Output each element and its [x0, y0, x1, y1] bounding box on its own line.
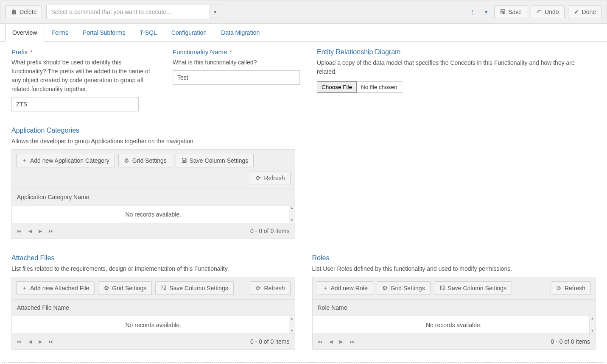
done-button[interactable]: ✔ Done — [568, 6, 601, 18]
plus-icon: ＋ — [22, 157, 28, 164]
roles-grid: ＋ Add new Role ⚙ Grid Settings 🖫 Save Co… — [312, 277, 596, 350]
prefix-input[interactable] — [11, 97, 139, 111]
grid-scrollbar[interactable]: ▲▼ — [289, 316, 295, 333]
save-column-settings-button[interactable]: 🖫 Save Column Settings — [434, 281, 512, 295]
choose-file-button[interactable]: Choose File — [317, 81, 357, 93]
refresh-button[interactable]: ⟳ Refresh — [250, 281, 290, 295]
pager-prev-icon[interactable]: ◀ — [28, 228, 32, 234]
grid-body: No records available. ▲▼ — [313, 316, 596, 333]
pager-next-icon[interactable]: ▶ — [39, 228, 42, 234]
roles-section: Roles List User Roles defined by this fu… — [312, 254, 596, 350]
add-role-button[interactable]: ＋ Add new Role — [317, 281, 373, 295]
attached-files-hint: List files related to the requirements, … — [11, 264, 295, 273]
save-label: Save — [508, 8, 522, 15]
floppy-icon: 🖫 — [161, 285, 167, 292]
funcname-hint: What is this functionality called? — [173, 58, 300, 67]
grid-body: No records available. ▲▼ — [12, 205, 295, 223]
done-label: Done — [582, 8, 596, 15]
grid-scrollbar[interactable]: ▲▼ — [589, 316, 595, 333]
add-app-category-button[interactable]: ＋ Add new Application Category — [16, 154, 115, 167]
pager-prev-icon[interactable]: ◀ — [28, 339, 32, 345]
pager-first-icon[interactable]: ⏮ — [17, 228, 22, 234]
app-categories-hint: Allows the developer to group Applicatio… — [11, 137, 295, 146]
save-column-settings-button[interactable]: 🖫 Save Column Settings — [155, 281, 234, 295]
gear-icon: ⚙ — [124, 157, 130, 164]
undo-button[interactable]: ↶ Undo — [531, 6, 564, 18]
refresh-button[interactable]: ⟳ Refresh — [250, 172, 290, 184]
grid-pager: ⏮ ◀ ▶ ⏭ — [318, 339, 354, 345]
pager-last-icon[interactable]: ⏭ — [350, 339, 354, 345]
tab-tsql[interactable]: T-SQL — [132, 24, 164, 41]
check-circle-icon: ✔ — [573, 8, 579, 15]
floppy-icon: 🖫 — [181, 157, 187, 164]
pager-next-icon[interactable]: ▶ — [339, 339, 343, 345]
pager-last-icon[interactable]: ⏭ — [49, 339, 53, 345]
tab-data-migration[interactable]: Data Migration — [214, 24, 267, 41]
plus-icon: ＋ — [22, 284, 28, 292]
functionality-name-input[interactable] — [173, 70, 300, 85]
refresh-icon: ⟳ — [255, 285, 261, 292]
attached-files-section: Attached Files List files related to the… — [11, 254, 295, 350]
roles-hint: List User Roles defined by this function… — [312, 264, 596, 273]
more-options-icon[interactable]: ⋮ — [467, 7, 478, 17]
grid-settings-button[interactable]: ⚙ Grid Settings — [377, 281, 431, 295]
pager-next-icon[interactable]: ▶ — [39, 339, 42, 345]
delete-label: Delete — [20, 8, 36, 15]
add-attached-file-button[interactable]: ＋ Add new Attached File — [16, 281, 95, 295]
plus-icon: ＋ — [322, 284, 328, 292]
grid-body: No records available. ▲▼ — [12, 316, 295, 333]
grid-column-header[interactable]: Attached File Name — [12, 299, 295, 316]
required-marker: * — [229, 49, 232, 56]
command-select[interactable]: Select a command that you want to execut… — [46, 5, 220, 19]
grid-scrollbar[interactable]: ▲▼ — [289, 206, 295, 223]
pager-prev-icon[interactable]: ◀ — [329, 339, 333, 345]
gear-icon: ⚙ — [103, 285, 109, 292]
page-count: 0 - 0 of 0 items — [250, 228, 290, 234]
no-file-label: No file chosen — [357, 81, 402, 93]
save-button[interactable]: 🖫 Save — [494, 6, 527, 18]
tab-portal-subforms[interactable]: Portal Subforms — [76, 24, 132, 41]
attached-files-grid: ＋ Add new Attached File ⚙ Grid Settings … — [11, 277, 295, 350]
tab-strip: Overview Forms Portal Subforms T-SQL Con… — [0, 24, 607, 42]
page-content: Prefix * What prefix should be used to i… — [2, 42, 605, 363]
refresh-icon: ⟳ — [556, 285, 562, 292]
refresh-icon: ⟳ — [255, 175, 261, 181]
tab-forms[interactable]: Forms — [44, 24, 76, 41]
app-categories-title: Application Categories — [11, 127, 295, 134]
attached-files-title: Attached Files — [11, 254, 295, 262]
delete-button[interactable]: 🗑 Delete — [6, 6, 42, 18]
pager-last-icon[interactable]: ⏭ — [49, 228, 53, 234]
prefix-title: Prefix — [11, 48, 28, 56]
pager-first-icon[interactable]: ⏮ — [318, 339, 322, 345]
grid-pager: ⏮ ◀ ▶ ⏭ — [17, 339, 53, 345]
dropdown-caret-icon[interactable]: ▼ — [481, 8, 491, 16]
roles-title: Roles — [312, 254, 596, 262]
save-column-settings-button[interactable]: 🖫 Save Column Settings — [176, 154, 254, 167]
grid-column-header[interactable]: Application Category Name — [12, 189, 295, 205]
app-categories-section: Application Categories Allows the develo… — [11, 127, 295, 239]
page-count: 0 - 0 of 0 items — [250, 338, 290, 345]
gear-icon: ⚙ — [382, 285, 388, 292]
grid-column-header[interactable]: Role Name — [313, 299, 596, 316]
app-categories-grid: ＋ Add new Application Category ⚙ Grid Se… — [11, 149, 295, 239]
grid-settings-button[interactable]: ⚙ Grid Settings — [118, 154, 172, 167]
erd-title: Entity Relationship Diagram — [317, 48, 596, 56]
grid-settings-button[interactable]: ⚙ Grid Settings — [98, 281, 152, 295]
prefix-hint: What prefix should be used to identify t… — [11, 58, 156, 94]
required-marker: * — [30, 49, 32, 56]
tab-configuration[interactable]: Configuration — [164, 24, 214, 41]
erd-block: Entity Relationship Diagram Upload a cop… — [317, 48, 596, 111]
prefix-block: Prefix * What prefix should be used to i… — [11, 48, 156, 111]
page-count: 0 - 0 of 0 items — [551, 338, 590, 345]
trash-icon: 🗑 — [11, 8, 17, 15]
grid-pager: ⏮ ◀ ▶ ⏭ — [17, 228, 53, 234]
floppy-icon: 🖫 — [500, 8, 506, 15]
functionality-name-block: Functionality Name * What is this functi… — [173, 48, 300, 111]
tab-overview[interactable]: Overview — [5, 24, 44, 42]
undo-icon: ↶ — [536, 8, 542, 15]
erd-hint: Upload a copy of the data model that spe… — [317, 58, 596, 76]
refresh-button[interactable]: ⟳ Refresh — [551, 281, 591, 295]
funcname-title: Functionality Name — [173, 48, 227, 56]
pager-first-icon[interactable]: ⏮ — [17, 339, 22, 345]
main-toolbar: 🗑 Delete Select a command that you want … — [0, 0, 607, 24]
